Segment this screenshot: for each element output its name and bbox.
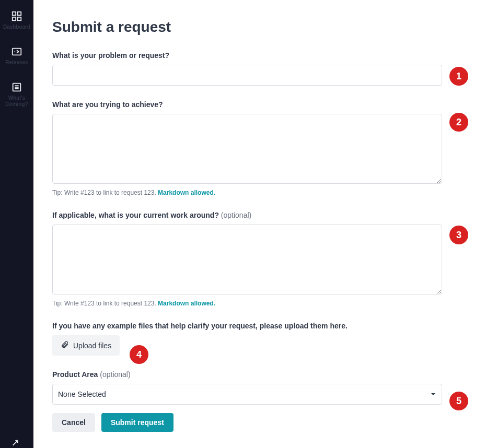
field-problem: What is your problem or request?	[52, 51, 443, 86]
sidebar-item-label: What's Coming?	[1, 95, 32, 108]
field-workaround: If applicable, what is your current work…	[52, 211, 443, 307]
sidebar: Dashboard Releases What's Coming?	[0, 0, 33, 448]
releases-icon	[11, 46, 22, 57]
svg-rect-1	[18, 12, 21, 15]
sidebar-item-dashboard[interactable]: Dashboard	[0, 5, 33, 41]
svg-rect-0	[13, 12, 16, 15]
hint-achieve: Tip: Write #123 to link to request 123. …	[52, 189, 443, 196]
main-content: Submit a request What is your problem or…	[52, 19, 443, 432]
textarea-workaround[interactable]	[52, 225, 442, 294]
paperclip-icon	[61, 340, 69, 350]
markdown-link[interactable]: Markdown allowed.	[158, 300, 215, 307]
sidebar-item-label: Releases	[5, 60, 28, 66]
callout-2: 2	[449, 113, 468, 132]
callout-4: 4	[130, 345, 148, 364]
markdown-link[interactable]: Markdown allowed.	[158, 189, 215, 196]
callout-1: 1	[449, 67, 468, 86]
svg-point-5	[14, 51, 15, 52]
upload-files-button[interactable]: Upload files	[52, 335, 120, 356]
label-product-area-optional: (optional)	[98, 370, 130, 379]
dashboard-icon	[11, 10, 22, 22]
sidebar-item-whats-coming[interactable]: What's Coming?	[0, 76, 33, 118]
field-upload: If you have any example files that help …	[52, 322, 443, 356]
input-problem[interactable]	[52, 65, 442, 86]
label-product-area-main: Product Area	[52, 370, 98, 379]
submit-button[interactable]: Submit request	[101, 413, 173, 432]
select-product-area[interactable]: None Selected	[52, 384, 442, 405]
hint-text: Tip: Write #123 to link to request 123.	[52, 300, 158, 307]
label-upload: If you have any example files that help …	[52, 322, 443, 330]
label-workaround-optional: (optional)	[219, 211, 251, 219]
select-product-area-wrap: None Selected	[52, 384, 442, 405]
cancel-button[interactable]: Cancel	[52, 413, 95, 432]
svg-rect-4	[13, 49, 21, 55]
upload-button-label: Upload files	[73, 341, 111, 350]
sidebar-item-releases[interactable]: Releases	[0, 41, 33, 76]
label-workaround: If applicable, what is your current work…	[52, 211, 443, 219]
label-problem: What is your problem or request?	[52, 51, 443, 60]
svg-rect-3	[18, 17, 21, 20]
label-achieve: What are you trying to achieve?	[52, 100, 443, 109]
hint-workaround: Tip: Write #123 to link to request 123. …	[52, 300, 443, 307]
select-value: None Selected	[58, 390, 106, 398]
hint-text: Tip: Write #123 to link to request 123.	[52, 189, 158, 196]
callout-3: 3	[449, 226, 468, 244]
field-product-area: Product Area (optional) None Selected	[52, 370, 443, 405]
svg-rect-2	[13, 17, 16, 20]
label-workaround-main: If applicable, what is your current work…	[52, 211, 219, 219]
callout-5: 5	[449, 392, 468, 410]
form-actions: Cancel Submit request	[52, 413, 443, 432]
sidebar-item-label: Dashboard	[3, 24, 30, 30]
list-icon	[11, 81, 22, 93]
label-product-area: Product Area (optional)	[52, 370, 443, 379]
page-title: Submit a request	[52, 19, 443, 36]
textarea-achieve[interactable]	[52, 114, 442, 184]
sidebar-bottom-icon-crop	[0, 439, 33, 448]
field-achieve: What are you trying to achieve? Tip: Wri…	[52, 100, 443, 196]
